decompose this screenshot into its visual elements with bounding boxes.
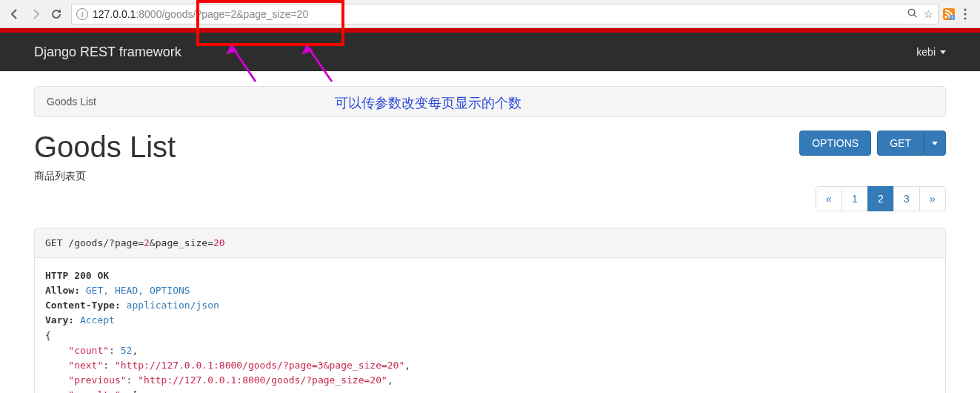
page-link[interactable]: 3: [893, 186, 920, 211]
user-menu[interactable]: kebi: [916, 46, 946, 58]
page-link[interactable]: 2: [867, 186, 894, 211]
breadcrumb-item[interactable]: Goods List: [47, 96, 96, 108]
page-link[interactable]: «: [816, 186, 842, 211]
bookmark-star-icon[interactable]: ☆: [924, 8, 933, 20]
back-button[interactable]: [4, 4, 25, 24]
svg-point-6: [964, 8, 966, 10]
browser-toolbar: i 127.0.0.1:8000/goods/?page=2&page_size…: [0, 0, 980, 28]
zoom-icon[interactable]: [907, 7, 918, 21]
breadcrumb: Goods List 可以传参数改变每页显示的个数: [34, 86, 946, 117]
response-body: HTTP 200 OK Allow: GET, HEAD, OPTIONS Co…: [34, 258, 946, 393]
svg-point-3: [944, 16, 947, 18]
options-button[interactable]: OPTIONS: [799, 131, 871, 156]
get-dropdown-toggle[interactable]: [924, 131, 946, 156]
brand-link[interactable]: Django REST framework: [34, 44, 181, 60]
svg-line-1: [914, 14, 916, 16]
chevron-down-icon: [940, 50, 946, 54]
rss-extension-icon[interactable]: 0: [943, 8, 955, 20]
user-name: kebi: [916, 46, 936, 58]
chevron-down-icon: [932, 142, 938, 145]
navbar: Django REST framework kebi: [0, 33, 980, 71]
request-line: GET /goods/?page=2&page_size=20: [34, 228, 946, 258]
page-title: Goods List: [34, 131, 176, 164]
page-subtitle: 商品列表页: [34, 170, 176, 183]
site-info-icon[interactable]: i: [76, 8, 88, 20]
action-buttons: OPTIONS GET: [799, 131, 946, 156]
url-text: 127.0.0.1:8000/goods/?page=2&page_size=2…: [93, 8, 907, 20]
page-link[interactable]: »: [919, 186, 946, 211]
svg-point-7: [964, 13, 966, 15]
reload-button[interactable]: [46, 4, 67, 24]
page-link[interactable]: 1: [841, 186, 868, 211]
address-bar[interactable]: i 127.0.0.1:8000/goods/?page=2&page_size…: [71, 4, 939, 24]
get-button[interactable]: GET: [877, 131, 924, 156]
svg-point-0: [908, 9, 914, 15]
pagination: «123»: [816, 186, 946, 211]
svg-point-8: [964, 17, 966, 19]
annotation-note: 可以传参数改变每页显示的个数: [335, 94, 521, 112]
chrome-menu-icon[interactable]: [955, 8, 976, 20]
svg-text:0: 0: [952, 16, 954, 20]
forward-button[interactable]: [25, 4, 46, 24]
